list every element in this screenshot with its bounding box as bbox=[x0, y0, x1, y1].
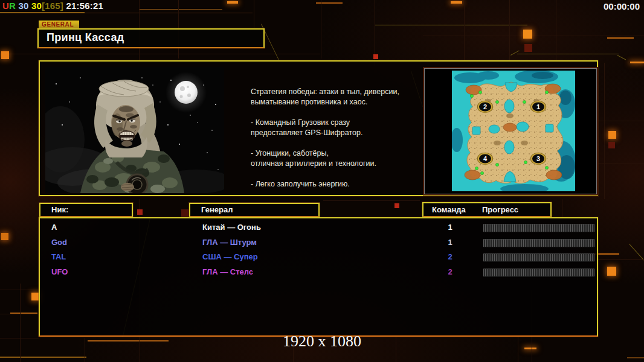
circuit-trace-line bbox=[517, 54, 619, 54]
general-portrait bbox=[45, 67, 224, 193]
player-team: 1 bbox=[441, 223, 459, 232]
circuit-node-square bbox=[181, 209, 188, 217]
circuit-trace-line bbox=[598, 121, 644, 121]
player-nick: UFO bbox=[51, 267, 68, 276]
briefing-paragraph: - Угонщики, саботёры, отличная артиллери… bbox=[251, 148, 427, 169]
loading-screen: UR 30 30[165] 21:56:21 00:00:00 GENERAL … bbox=[0, 0, 644, 362]
circuit-node-square bbox=[608, 142, 615, 148]
circuit-node-square bbox=[1, 233, 8, 240]
map-preview-panel: 2143 bbox=[424, 68, 597, 194]
circuit-trace-line bbox=[629, 244, 644, 260]
page-title: Принц Кассад bbox=[47, 31, 263, 44]
circuit-trace-line bbox=[423, 36, 644, 36]
circuit-trace-line bbox=[464, 0, 465, 62]
progress-bar bbox=[483, 239, 594, 247]
progress-bar bbox=[483, 224, 594, 232]
game-timer: 00:00:00 bbox=[604, 1, 640, 11]
status-segment: 21:56:21 bbox=[63, 1, 103, 11]
player-general: Китай — Огонь bbox=[202, 223, 261, 232]
map-start-position-number: 4 bbox=[483, 155, 488, 162]
briefing-paragraph: - Легко заполучить энергию. bbox=[251, 179, 427, 189]
player-team: 2 bbox=[441, 267, 459, 276]
circuit-node-square bbox=[137, 209, 143, 215]
circuit-trace-line bbox=[617, 55, 626, 60]
circuit-node-square bbox=[523, 30, 532, 39]
player-nick: А bbox=[51, 223, 57, 232]
circuit-trace-line bbox=[604, 63, 605, 199]
circuit-trace-line bbox=[509, 0, 510, 62]
status-segment: 30 bbox=[16, 1, 28, 11]
column-header-team-progress: Команда Прогресс bbox=[422, 202, 552, 217]
circuit-trace-line bbox=[0, 12, 85, 13]
circuit-node-square bbox=[1, 51, 9, 59]
nick-header-label: Ник: bbox=[51, 205, 68, 214]
circuit-trace-line bbox=[139, 9, 222, 10]
general-tag: GENERAL bbox=[39, 21, 79, 29]
resolution-label: 1920 x 1080 bbox=[0, 332, 644, 351]
circuit-trace-line bbox=[598, 163, 644, 164]
circuit-trace-line bbox=[562, 199, 562, 218]
circuit-trace-line bbox=[10, 313, 37, 314]
player-team: 1 bbox=[441, 238, 459, 247]
circuit-trace-line bbox=[323, 200, 420, 201]
column-header-general: Генерал bbox=[189, 203, 320, 217]
strategy-briefing: Стратегия победы: атаки в тыл, диверсии,… bbox=[251, 87, 427, 200]
general-title-box: Принц Кассад bbox=[37, 28, 265, 48]
player-row: GodГЛА — Штурм1 bbox=[40, 236, 597, 250]
player-row: АКитай — Огонь1 bbox=[40, 221, 597, 235]
circuit-node-square bbox=[394, 203, 399, 208]
map-start-position-number: 3 bbox=[536, 155, 540, 162]
circuit-trace-line bbox=[321, 0, 321, 59]
status-segment: [165] bbox=[42, 1, 63, 11]
column-header-nick: Ник: bbox=[39, 203, 133, 217]
circuit-trace-line bbox=[0, 357, 86, 358]
circuit-trace-line bbox=[85, 13, 253, 13]
circuit-trace-line bbox=[451, 1, 462, 4]
circuit-trace-line bbox=[510, 50, 520, 55]
map-start-position-number: 1 bbox=[536, 103, 540, 110]
briefing-paragraph: Стратегия победы: атаки в тыл, диверсии,… bbox=[251, 87, 427, 107]
circuit-trace-line bbox=[556, 0, 556, 62]
circuit-trace-line bbox=[627, 357, 644, 358]
progress-bar bbox=[483, 268, 594, 277]
status-segment: R bbox=[9, 1, 16, 11]
progress-bar bbox=[483, 253, 594, 262]
player-table: АКитай — Огонь1GodГЛА — Штурм1TALСША — С… bbox=[39, 217, 598, 337]
circuit-trace-line bbox=[0, 54, 320, 54]
circuit-trace-line bbox=[598, 259, 644, 260]
map-preview: 2143 bbox=[452, 71, 575, 191]
circuit-trace-line bbox=[254, 0, 254, 28]
circuit-trace-line bbox=[607, 37, 634, 39]
player-general: ГЛА — Стелс bbox=[202, 267, 253, 276]
player-team: 2 bbox=[441, 252, 459, 261]
team-header-label: Команда bbox=[432, 203, 466, 216]
player-general: США — Супер bbox=[202, 252, 258, 261]
player-nick: TAL bbox=[51, 252, 66, 261]
circuit-node-square bbox=[524, 44, 532, 52]
general-header-label: Генерал bbox=[201, 205, 233, 214]
player-nick: God bbox=[51, 238, 67, 247]
status-segment: 30 bbox=[29, 1, 42, 11]
circuit-trace-line bbox=[375, 25, 527, 25]
circuit-node-square bbox=[373, 54, 378, 59]
circuit-trace-line bbox=[0, 314, 39, 314]
circuit-node-square bbox=[608, 131, 616, 139]
circuit-trace-line bbox=[316, 2, 343, 4]
network-status: UR 30 30[165] 21:56:21 bbox=[2, 1, 103, 11]
circuit-trace-line bbox=[375, 0, 375, 66]
player-row: TALСША — Супер2 bbox=[40, 250, 597, 265]
circuit-node-square bbox=[607, 267, 616, 276]
briefing-paragraph: - Командный Грузовик сразу предоставляет… bbox=[251, 118, 427, 138]
circuit-trace-line bbox=[630, 62, 644, 63]
progress-header-label: Прогресс bbox=[482, 203, 518, 216]
status-segment: U bbox=[2, 1, 9, 11]
circuit-trace-line bbox=[227, 1, 238, 4]
portrait-illustration bbox=[45, 67, 224, 193]
map-start-position-number: 2 bbox=[483, 103, 487, 110]
circuit-trace-line bbox=[0, 290, 39, 290]
player-row: UFOГЛА — Стелс2 bbox=[40, 265, 597, 280]
player-general: ГЛА — Штурм bbox=[202, 238, 257, 247]
